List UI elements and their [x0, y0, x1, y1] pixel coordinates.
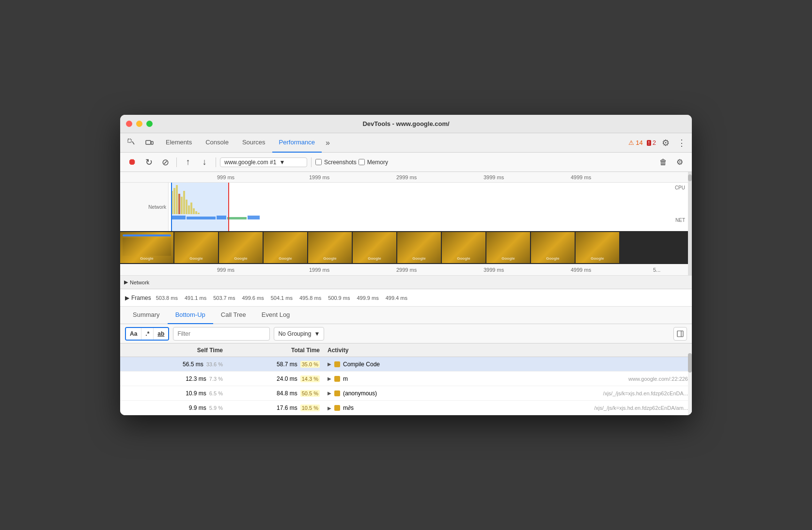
tab-performance[interactable]: Performance [272, 133, 322, 153]
header-total-time[interactable]: Total Time [227, 347, 324, 354]
ruler-mark-2: 1999 ms [309, 174, 329, 180]
timeline-bottom-ruler: 999 ms 1999 ms 2999 ms 3999 ms 4999 ms 5… [120, 264, 692, 276]
screenshot-10[interactable]: Google [576, 232, 619, 263]
timeline-chart: Network CPU [120, 183, 692, 231]
frame-time-3: 499.6 ms [242, 295, 264, 301]
table-header: Self Time Total Time Activity [120, 343, 692, 357]
filter-mode-group: Aa .* ab [125, 327, 169, 341]
tab-sources[interactable]: Sources [235, 133, 272, 153]
row-1-self-pct: 33.6 % [206, 361, 223, 367]
table-row[interactable]: 56.5 ms 33.6 % 58.7 ms 35.0 % ▶ Compile … [120, 357, 692, 372]
frame-time-1: 491.1 ms [185, 295, 206, 301]
tab-more-icon[interactable]: » [322, 139, 334, 147]
table-row[interactable]: 10.9 ms 6.5 % 84.8 ms 50.5 % ▶ (anonymou… [120, 386, 692, 401]
row-4-expand-icon[interactable]: ▶ [328, 405, 331, 411]
device-toggle-icon[interactable] [141, 135, 157, 151]
table-row[interactable]: 12.3 ms 7.3 % 24.0 ms 14.3 % ▶ m www.goo… [120, 372, 692, 386]
maximize-button[interactable] [146, 121, 153, 127]
tab-bottom-up[interactable]: Bottom-Up [168, 307, 213, 324]
record-button[interactable]: ⏺ [125, 155, 140, 170]
table-scrollbar[interactable] [688, 343, 692, 415]
trash-button[interactable]: 🗑 [656, 155, 671, 170]
tab-event-log[interactable]: Event Log [254, 307, 298, 324]
frame-time-5: 495.8 ms [299, 295, 321, 301]
row-2-expand-icon[interactable]: ▶ [328, 376, 331, 381]
inspect-icon[interactable] [124, 135, 140, 151]
memory-label: Memory [367, 159, 388, 166]
timeline-scrollbar-thumb[interactable] [688, 174, 692, 181]
frame-time-0: 503.8 ms [156, 295, 178, 301]
table-row[interactable]: 9.9 ms 5.9 % 17.6 ms 10.5 % ▶ m∂s /xjs/_… [120, 401, 692, 415]
settings-icon[interactable]: ⚙ [660, 136, 671, 150]
row-1-total-val: 58.7 ms [277, 361, 297, 368]
chart-left-labels: Network [120, 183, 169, 231]
screenshot-3[interactable]: Google [264, 232, 307, 263]
screenshots-label: Screenshots [324, 159, 357, 166]
close-button[interactable] [126, 121, 132, 127]
row-1-self-val: 56.5 ms [183, 361, 203, 368]
screenshots-checkbox[interactable]: Screenshots [315, 159, 357, 166]
clear-button[interactable]: ⊘ [158, 155, 172, 170]
refresh-button[interactable]: ↻ [141, 155, 156, 170]
row-4-activity-url: /xjs/_/js/k=xjs.hd.en.fdzp62cEnDA/am... [594, 405, 688, 411]
timeline-scrollbar[interactable] [688, 172, 692, 276]
error-badge[interactable]: ! 2 [647, 139, 656, 146]
row-1-expand-icon[interactable]: ▶ [328, 361, 331, 367]
screenshot-5[interactable]: Google [353, 232, 396, 263]
frames-label: Frames [131, 295, 151, 301]
tab-call-tree[interactable]: Call Tree [213, 307, 254, 324]
timeline-selection [171, 183, 229, 231]
network-label: Network [122, 204, 166, 210]
filter-input[interactable] [173, 327, 270, 341]
screenshot-9[interactable]: Google [531, 232, 575, 263]
capture-settings-button[interactable]: ⚙ [672, 155, 687, 170]
tab-elements[interactable]: Elements [159, 133, 199, 153]
toolbar-separator-3 [311, 157, 312, 167]
sidebar-toggle-button[interactable] [673, 327, 687, 341]
recording-selector[interactable]: www.google.com #1 ▼ [220, 157, 307, 167]
row-4-total-val: 17.6 ms [277, 405, 297, 411]
table-scrollbar-thumb[interactable] [688, 353, 692, 373]
screenshot-1[interactable]: Google [174, 232, 218, 263]
row-2-self-time: 12.3 ms 7.3 % [120, 375, 227, 382]
row-1-activity: ▶ Compile Code [324, 361, 692, 368]
row-4-activity: ▶ m∂s /xjs/_/js/k=xjs.hd.en.fdzp62cEnDA/… [324, 405, 692, 411]
row-2-total-pct: 14.3 % [300, 375, 320, 382]
upload-button[interactable]: ↑ [181, 155, 195, 170]
row-2-activity-name: m [343, 375, 348, 382]
screenshot-7[interactable]: Google [442, 232, 485, 263]
regex-button[interactable]: .* [141, 327, 154, 341]
network-row[interactable]: ▶ Network [124, 279, 149, 285]
screenshot-4[interactable]: Google [308, 232, 352, 263]
frames-expand-icon: ▶ [125, 295, 129, 301]
url-value: www.google.com #1 [224, 159, 276, 166]
screenshot-8[interactable]: Google [486, 232, 530, 263]
screenshot-0[interactable]: Google [120, 232, 173, 263]
minimize-button[interactable] [136, 121, 142, 127]
bottom-ruler-mark-5: 4999 ms [571, 267, 591, 273]
case-sensitive-button[interactable]: Aa [126, 327, 141, 341]
data-table: Self Time Total Time Activity 56.5 ms 33… [120, 343, 692, 415]
screenshot-6[interactable]: Google [397, 232, 441, 263]
row-3-total-time: 84.8 ms 50.5 % [227, 390, 324, 397]
screenshots-input[interactable] [315, 159, 322, 165]
cpu-label: CPU [675, 185, 685, 190]
bottom-ruler-mark-6: 5... [653, 267, 660, 273]
warning-count: 14 [636, 139, 642, 146]
frames-toggle[interactable]: ▶ Frames [125, 295, 151, 301]
tab-summary[interactable]: Summary [125, 307, 168, 324]
ruler-mark-3: 2999 ms [396, 174, 417, 180]
warning-badge[interactable]: ⚠ 14 [628, 139, 642, 146]
row-3-expand-icon[interactable]: ▶ [328, 390, 331, 396]
frame-time-6: 500.9 ms [328, 295, 350, 301]
screenshot-2[interactable]: Google [219, 232, 263, 263]
devtools-window: DevTools - www.google.com/ Elements Cons… [120, 115, 692, 415]
header-self-time[interactable]: Self Time [120, 347, 227, 354]
memory-input[interactable] [359, 159, 365, 165]
memory-checkbox[interactable]: Memory [359, 159, 388, 166]
tab-console[interactable]: Console [199, 133, 235, 153]
more-options-icon[interactable]: ⋮ [675, 136, 688, 150]
grouping-selector[interactable]: No Grouping ▼ [274, 327, 324, 341]
whole-word-button[interactable]: ab [154, 327, 168, 341]
download-button[interactable]: ↓ [197, 155, 212, 170]
